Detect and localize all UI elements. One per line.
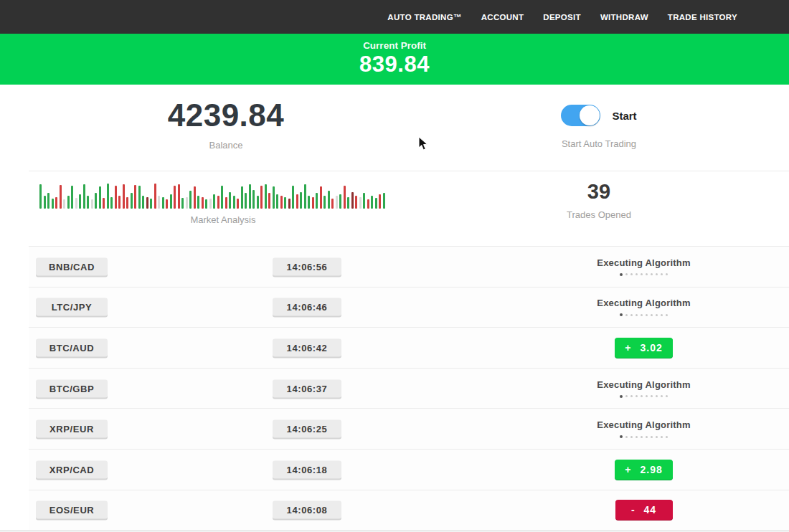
time-badge: 14:06:25 [273,420,341,438]
nav-item-auto-trading[interactable]: AUTO TRADING™ [387,13,461,22]
trade-status: Executing Algorithm [567,247,721,287]
result-sign: - [631,504,636,516]
trades-opened-block: 39 Trades Opened [502,180,696,220]
trade-row: EOS/EUR 14:06:08 -44 [29,490,789,531]
trade-row: LTC/JPY 14:06:46 Executing Algorithm [29,287,789,328]
executing-algorithm-label: Executing Algorithm [597,298,690,308]
nav-item-trade-history[interactable]: TRADE HISTORY [668,13,737,22]
result-value: 3.02 [640,342,662,353]
executing-algorithm-label: Executing Algorithm [597,419,690,430]
progress-dots [620,435,668,438]
market-analysis-section: Market Analysis 39 Trades Opened [0,171,789,246]
trades-opened-value: 39 [502,180,696,204]
executing-algorithm-label: Executing Algorithm [597,379,690,390]
current-profit-label: Current Profit [0,40,789,51]
nav-item-account[interactable]: ACCOUNT [481,13,524,22]
balance-block: 4239.84 Balance [100,98,351,151]
pair-badge: BTC/GBP [36,379,108,397]
trade-status: +3.02 [567,328,721,368]
auto-trading-block: Start Start Auto Trading [502,105,696,149]
pair-badge: BNB/CAD [36,257,108,275]
market-analysis-label: Market Analysis [39,214,407,225]
time-badge: 14:06:08 [273,501,341,519]
trades-list: BNB/CAD 14:06:56 Executing Algorithm LTC… [0,246,789,530]
result-sign: + [625,342,631,353]
trades-opened-label: Trades Opened [502,209,696,220]
time-badge: 14:06:56 [273,257,341,275]
profit-badge: +2.98 [615,460,672,480]
toggle-knob [580,105,600,125]
balance-label: Balance [100,140,351,151]
nav-item-withdraw[interactable]: WITHDRAW [600,13,648,22]
balance-section: 4239.84 Balance Start Start Auto Trading [0,85,789,171]
market-analysis-chart [39,181,407,209]
trade-status: -44 [567,490,721,531]
pair-badge: LTC/JPY [36,298,108,316]
auto-trading-toggle[interactable] [561,105,600,126]
loss-badge: -44 [615,500,673,520]
current-profit-value: 839.84 [0,52,789,77]
start-auto-trading-label: Start Auto Trading [502,138,696,149]
pair-badge: XRP/EUR [36,420,108,438]
trade-status: +2.98 [567,450,721,490]
trade-row: BTC/AUD 14:06:42 +3.02 [29,327,789,368]
time-badge: 14:06:18 [273,460,341,478]
progress-dots [620,273,668,276]
result-value: 2.98 [640,464,662,475]
trade-row: XRP/CAD 14:06:18 +2.98 [29,449,789,490]
trade-row: XRP/EUR 14:06:25 Executing Algorithm [29,408,789,449]
toggle-start-label: Start [612,110,636,122]
balance-value: 4239.84 [100,98,351,133]
pair-badge: XRP/CAD [36,460,108,478]
trade-row: BTC/GBP 14:06:37 Executing Algorithm [29,368,789,409]
profit-badge: +3.02 [615,338,672,358]
result-sign: + [625,464,631,475]
trade-status: Executing Algorithm [567,369,721,409]
market-analysis-block: Market Analysis [39,181,407,225]
nav-item-deposit[interactable]: DEPOSIT [543,13,581,22]
progress-dots [620,395,668,398]
time-badge: 14:06:46 [273,298,341,316]
time-badge: 14:06:37 [273,379,341,397]
executing-algorithm-label: Executing Algorithm [597,257,690,268]
result-value: 44 [644,504,657,516]
progress-dots [620,313,668,316]
current-profit-banner: Current Profit 839.84 [0,34,789,85]
pair-badge: EOS/EUR [36,501,108,519]
trade-status: Executing Algorithm [567,288,721,328]
time-badge: 14:06:42 [273,338,341,356]
trade-status: Executing Algorithm [567,409,721,449]
top-nav: AUTO TRADING™ ACCOUNT DEPOSIT WITHDRAW T… [0,0,789,34]
pair-badge: BTC/AUD [36,338,108,356]
trade-row: BNB/CAD 14:06:56 Executing Algorithm [29,246,789,287]
